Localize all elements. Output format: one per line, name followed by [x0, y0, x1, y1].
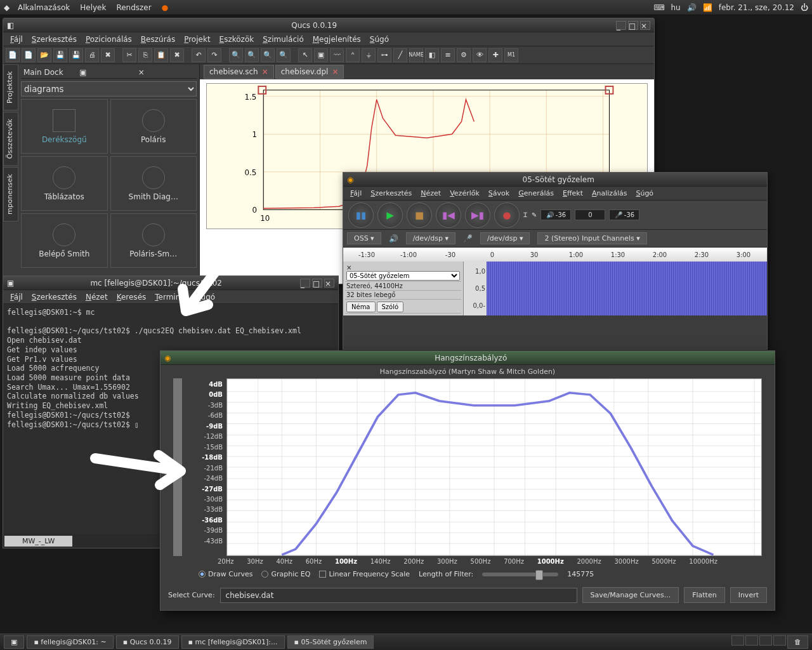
menu-vezérlők[interactable]: Vezérlők — [445, 189, 484, 197]
minimize-button[interactable]: _ — [300, 279, 310, 288]
graphic-eq-radio[interactable]: Graphic EQ — [261, 570, 310, 578]
line-icon[interactable]: ╱ — [393, 48, 407, 62]
filter-length-slider[interactable] — [482, 573, 558, 576]
eq-vslider[interactable] — [173, 378, 182, 556]
saveall-icon[interactable]: 💾 — [69, 48, 83, 62]
undo-icon[interactable]: ↶ — [192, 48, 206, 62]
zoomin-icon[interactable]: 🔍 — [229, 48, 243, 62]
shutdown-icon[interactable]: ⏻ — [801, 3, 808, 12]
close-button[interactable]: × — [324, 279, 334, 288]
dock-close-icon[interactable]: × — [136, 68, 194, 77]
maximize-button[interactable]: □ — [628, 21, 638, 30]
menu-sávok[interactable]: Sávok — [484, 189, 514, 197]
more-icon[interactable]: M1 — [504, 48, 518, 62]
channels-select[interactable]: 2 (Stereo) Input Channels ▾ — [537, 232, 646, 244]
menu-nézet[interactable]: Nézet — [81, 293, 112, 302]
places-menu[interactable]: Helyek — [75, 3, 111, 12]
ground-icon[interactable]: ⏚ — [362, 48, 376, 62]
wire-icon[interactable]: 〰 — [330, 48, 344, 62]
track-close-icon[interactable]: × — [346, 264, 351, 271]
menu-szerkesztés[interactable]: Szerkesztés — [27, 293, 81, 302]
menu-keresés[interactable]: Keresés — [112, 293, 151, 302]
track-header[interactable]: × 05-Sötét győzelem Sztereó, 44100Hz 32 … — [343, 262, 464, 315]
meter-icon[interactable]: ◧ — [425, 48, 439, 62]
new-icon[interactable]: 📄 — [6, 48, 20, 62]
pointer-icon[interactable]: ↖ — [298, 48, 312, 62]
cut-icon[interactable]: ✂ — [122, 48, 136, 62]
zoomout-icon[interactable]: 🔍 — [245, 48, 259, 62]
trash-icon[interactable]: 🗑 — [787, 635, 808, 649]
sim-icon[interactable]: ⚙ — [457, 48, 471, 62]
close-doc-icon[interactable]: ✖ — [101, 48, 115, 62]
volume-icon[interactable]: 🔊 — [687, 3, 697, 12]
close-button[interactable]: × — [640, 21, 650, 30]
firefox-icon[interactable]: ● — [157, 3, 173, 12]
play-device-select[interactable]: /dev/dsp ▾ — [406, 232, 455, 244]
record-button[interactable]: ● — [494, 202, 520, 228]
menu-pozicionálás[interactable]: Pozicionálás — [81, 35, 136, 44]
label-icon[interactable]: ᴬ — [346, 48, 360, 62]
marker-icon[interactable]: ✚ — [488, 48, 502, 62]
new2-icon[interactable]: 📄 — [22, 48, 36, 62]
stop-button[interactable]: ■ — [407, 202, 432, 228]
rec-device-select[interactable]: /dev/dsp ▾ — [480, 232, 530, 244]
paste-icon[interactable]: 📋 — [154, 48, 168, 62]
bottom-tab[interactable]: MW_-_LW — [4, 536, 72, 547]
show-desktop-icon[interactable]: ▣ — [4, 635, 24, 649]
taskbar-item[interactable]: ▪ mc [fellegis@DSK01]:... — [181, 635, 285, 649]
menu-szimuláció[interactable]: Szimuláció — [258, 35, 308, 44]
tab-close-icon[interactable]: × — [332, 67, 338, 76]
redo-icon[interactable]: ↷ — [207, 48, 221, 62]
menu-analizálás[interactable]: Analizálás — [587, 189, 631, 197]
play-button[interactable]: ▶ — [377, 202, 403, 228]
linear-scale-checkbox[interactable]: Linear Frequency Scale — [319, 570, 410, 578]
dock-tab[interactable]: Összetevők — [3, 112, 18, 166]
diagram-item[interactable]: Poláris-Sm… — [110, 213, 197, 268]
keyboard-icon[interactable]: ⌨ — [653, 3, 664, 12]
curve-select[interactable]: chebisev.dat — [220, 588, 577, 603]
zoom1-icon[interactable]: 🔍 — [277, 48, 291, 62]
workspace-switcher[interactable] — [731, 635, 744, 646]
flatten-button[interactable]: Flatten — [684, 587, 725, 603]
open-icon[interactable]: 📂 — [37, 48, 51, 62]
workspace-switcher[interactable] — [759, 635, 772, 646]
audio-host-select[interactable]: OSS ▾ — [347, 232, 381, 244]
menu-generálás[interactable]: Generálás — [514, 189, 558, 197]
skip-start-button[interactable]: ▮◀ — [436, 202, 461, 228]
tool-ibeam-icon[interactable]: Ꮖ — [523, 211, 528, 219]
menu-beszúrás[interactable]: Beszúrás — [136, 35, 180, 44]
taskbar-item[interactable]: ▪ Qucs 0.0.19 — [116, 635, 179, 649]
eq-plot[interactable] — [226, 378, 762, 556]
mute-button[interactable]: Néma — [346, 302, 376, 312]
solo-button[interactable]: Szóló — [377, 302, 404, 312]
diagram-item[interactable]: Smith Diag… — [110, 156, 197, 211]
menu-szerkesztés[interactable]: Szerkesztés — [27, 35, 81, 44]
tab-close-icon[interactable]: × — [262, 67, 268, 76]
taskbar-item[interactable]: ▪ fellegis@DSK01: ~ — [27, 635, 113, 649]
taskbar-item[interactable]: ▪ 05-Sötét győzelem — [287, 635, 374, 649]
menu-súgó[interactable]: Súgó — [631, 189, 658, 197]
diagram-combo[interactable]: diagrams — [21, 81, 197, 96]
print-icon[interactable]: 🖨 — [85, 48, 99, 62]
save-icon[interactable]: 💾 — [53, 48, 67, 62]
menu-szerkesztés[interactable]: Szerkesztés — [366, 189, 416, 197]
port-icon[interactable]: ⊶ — [377, 48, 391, 62]
diagram-item[interactable]: Derékszögű — [21, 99, 108, 154]
view-icon[interactable]: 👁 — [473, 48, 487, 62]
component-icon[interactable]: ▣ — [314, 48, 328, 62]
workspace-switcher[interactable] — [773, 635, 786, 646]
zoomfit-icon[interactable]: 🔍 — [261, 48, 275, 62]
pause-button[interactable]: ▮▮ — [348, 202, 374, 228]
delete-icon[interactable]: ✖ — [170, 48, 184, 62]
menu-súgó[interactable]: Súgó — [365, 35, 393, 44]
clock[interactable]: febr. 21., sze, 20.12 — [719, 3, 794, 12]
minimize-button[interactable]: _ — [616, 21, 626, 30]
menu-nézet[interactable]: Nézet — [416, 189, 445, 197]
dock-float-icon[interactable]: ▣ — [77, 68, 135, 77]
skip-end-button[interactable]: ▶▮ — [465, 202, 490, 228]
menu-eszközök[interactable]: Eszközök — [215, 35, 259, 44]
workspace-switcher[interactable] — [745, 635, 758, 646]
document-tab[interactable]: chebisev.dpl× — [275, 65, 344, 79]
menu-fájl[interactable]: Fájl — [6, 293, 27, 302]
save-curves-button[interactable]: Save/Manage Curves... — [582, 587, 679, 603]
